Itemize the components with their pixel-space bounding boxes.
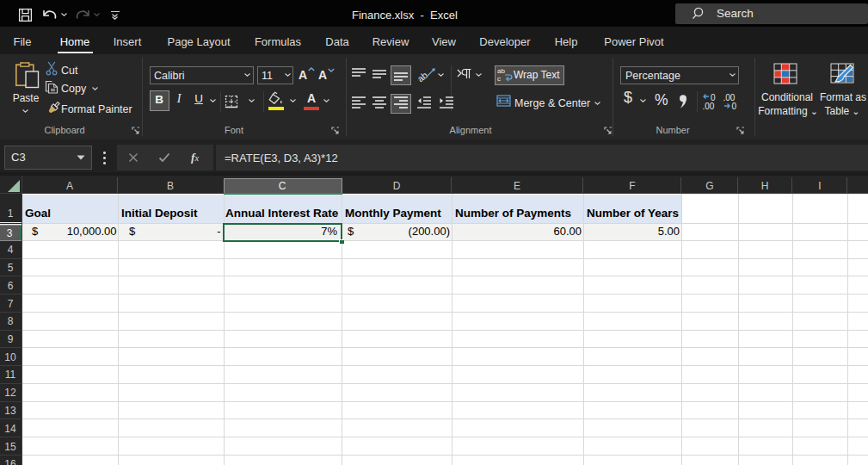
svg-text:0: 0 xyxy=(711,93,716,102)
svg-text:.00: .00 xyxy=(723,93,736,102)
svg-text:.00: .00 xyxy=(703,102,715,110)
svg-text:0: 0 xyxy=(732,102,737,110)
